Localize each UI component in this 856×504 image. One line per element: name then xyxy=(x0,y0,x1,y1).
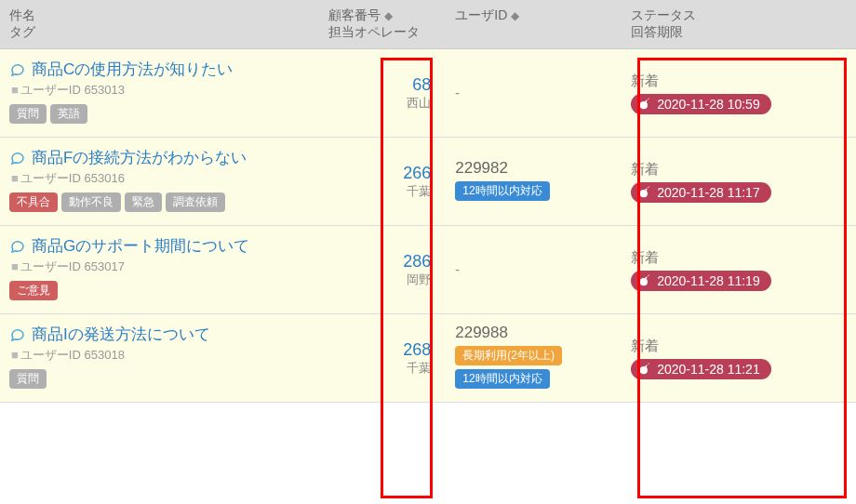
table-row[interactable]: 商品Iの発送方法について■ユーザーID 653018質問268千葉229988長… xyxy=(0,314,856,403)
bomb-icon xyxy=(638,186,651,199)
tag[interactable]: ご意見 xyxy=(9,281,58,300)
cell-user: - xyxy=(446,49,622,138)
tag[interactable]: 英語 xyxy=(50,104,87,124)
ticket-table: 件名 タグ 顧客番号◆ 担当オペレータ ユーザID◆ ステータス 回答期限 商品… xyxy=(0,0,856,403)
cell-status: 新着2020-11-28 10:59 xyxy=(622,49,856,138)
bomb-icon xyxy=(638,98,651,111)
deadline-text: 2020-11-28 11:19 xyxy=(657,273,760,288)
header-title[interactable]: 件名 タグ xyxy=(0,0,319,49)
svg-point-4 xyxy=(640,278,648,285)
cell-title: 商品Fの接続方法がわからない■ユーザーID 653016不具合動作不良緊急調査依… xyxy=(0,138,319,226)
cell-title: 商品Cの使用方法が知りたい■ユーザーID 653013質問英語 xyxy=(0,49,319,138)
tag[interactable]: 調査依頼 xyxy=(166,192,225,212)
tag[interactable]: 動作不良 xyxy=(61,192,121,212)
user-tag[interactable]: 長期利用(2年以上) xyxy=(455,346,562,365)
operator-name: 岡野 xyxy=(328,272,432,288)
cell-user: - xyxy=(446,226,622,314)
status-label: 新着 xyxy=(631,338,847,355)
tag[interactable]: 不具合 xyxy=(9,192,58,212)
ticket-title-link[interactable]: 商品Fの接続方法がわからない xyxy=(32,147,247,168)
comment-icon xyxy=(9,150,26,166)
deadline-badge: 2020-11-28 11:21 xyxy=(631,359,771,379)
status-label: 新着 xyxy=(631,249,847,267)
cell-status: 新着2020-11-28 11:19 xyxy=(622,226,856,314)
table-row[interactable]: 商品Fの接続方法がわからない■ユーザーID 653016不具合動作不良緊急調査依… xyxy=(0,138,856,226)
tag[interactable]: 質問 xyxy=(9,104,47,124)
user-id: 229988 xyxy=(455,324,612,342)
cell-user: 22998212時間以内対応 xyxy=(446,138,622,226)
svg-point-6 xyxy=(640,366,648,374)
table-row[interactable]: 商品Gのサポート期間について■ユーザーID 653017ご意見286岡野-新着2… xyxy=(0,226,856,314)
status-label: 新着 xyxy=(631,73,847,90)
ticket-title-link[interactable]: 商品Cの使用方法が知りたい xyxy=(32,59,233,80)
ticket-subinfo: ■ユーザーID 653013 xyxy=(11,82,310,99)
deadline-text: 2020-11-28 10:59 xyxy=(657,97,760,112)
sort-icon[interactable]: ◆ xyxy=(384,9,393,22)
user-id-empty: - xyxy=(455,86,612,100)
svg-point-2 xyxy=(640,190,648,197)
tag[interactable]: 緊急 xyxy=(125,192,162,212)
cell-title: 商品Iの発送方法について■ユーザーID 653018質問 xyxy=(0,314,319,403)
operator-name: 千葉 xyxy=(328,183,432,200)
status-label: 新着 xyxy=(631,161,847,179)
header-customer[interactable]: 顧客番号◆ 担当オペレータ xyxy=(319,0,447,49)
bomb-icon xyxy=(638,274,651,287)
comment-icon xyxy=(9,238,26,255)
comment-icon xyxy=(9,61,26,78)
cell-customer: 68西山 xyxy=(319,49,447,138)
header-status[interactable]: ステータス 回答期限 xyxy=(622,0,856,49)
customer-number[interactable]: 286 xyxy=(328,252,432,272)
deadline-text: 2020-11-28 11:21 xyxy=(657,362,760,377)
sort-icon[interactable]: ◆ xyxy=(511,9,519,22)
customer-number[interactable]: 266 xyxy=(328,164,432,183)
ticket-subinfo: ■ユーザーID 653018 xyxy=(11,347,310,364)
deadline-badge: 2020-11-28 11:17 xyxy=(631,182,771,203)
customer-number[interactable]: 68 xyxy=(328,75,432,95)
ticket-subinfo: ■ユーザーID 653017 xyxy=(11,259,310,275)
header-user[interactable]: ユーザID◆ xyxy=(446,0,622,49)
operator-name: 千葉 xyxy=(328,360,432,377)
comment-icon xyxy=(9,326,26,343)
cell-status: 新着2020-11-28 11:17 xyxy=(622,138,856,226)
table-header-row: 件名 タグ 顧客番号◆ 担当オペレータ ユーザID◆ ステータス 回答期限 xyxy=(0,0,856,49)
tag[interactable]: 質問 xyxy=(9,369,47,389)
ticket-subinfo: ■ユーザーID 653016 xyxy=(11,170,310,187)
deadline-badge: 2020-11-28 11:19 xyxy=(631,271,771,291)
operator-name: 西山 xyxy=(328,95,432,112)
deadline-text: 2020-11-28 11:17 xyxy=(657,185,760,200)
cell-title: 商品Gのサポート期間について■ユーザーID 653017ご意見 xyxy=(0,226,319,314)
bomb-icon xyxy=(638,363,651,376)
cell-customer: 268千葉 xyxy=(319,314,447,403)
ticket-title-link[interactable]: 商品Iの発送方法について xyxy=(32,324,210,345)
user-id-empty: - xyxy=(455,262,612,277)
user-tag[interactable]: 12時間以内対応 xyxy=(455,181,549,201)
cell-customer: 286岡野 xyxy=(319,226,447,314)
user-tag[interactable]: 12時間以内対応 xyxy=(455,369,549,389)
cell-user: 229988長期利用(2年以上)12時間以内対応 xyxy=(446,314,622,403)
cell-status: 新着2020-11-28 11:21 xyxy=(622,314,856,403)
svg-point-0 xyxy=(640,101,648,109)
ticket-title-link[interactable]: 商品Gのサポート期間について xyxy=(32,235,249,257)
user-id: 229982 xyxy=(455,159,612,178)
customer-number[interactable]: 268 xyxy=(328,340,432,360)
deadline-badge: 2020-11-28 10:59 xyxy=(631,94,771,114)
cell-customer: 266千葉 xyxy=(319,138,447,226)
table-row[interactable]: 商品Cの使用方法が知りたい■ユーザーID 653013質問英語68西山-新着20… xyxy=(0,49,856,138)
